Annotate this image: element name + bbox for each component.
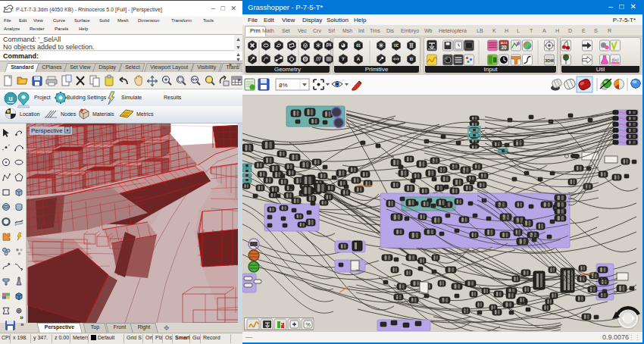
svg-text:u: u [8, 95, 13, 102]
svg-text:%: % [305, 322, 310, 327]
svg-text:8%: 8% [279, 82, 288, 89]
svg-text:3DM: 3DM [545, 58, 554, 63]
svg-text:UC: UC [394, 44, 399, 48]
svg-text:ID: ID [410, 58, 414, 61]
svg-text:20: 20 [501, 45, 507, 50]
svg-text:A: A [357, 57, 361, 61]
svg-text:»: » [20, 314, 23, 321]
svg-text:f(x): f(x) [612, 58, 618, 63]
svg-text:01: 01 [356, 43, 361, 48]
